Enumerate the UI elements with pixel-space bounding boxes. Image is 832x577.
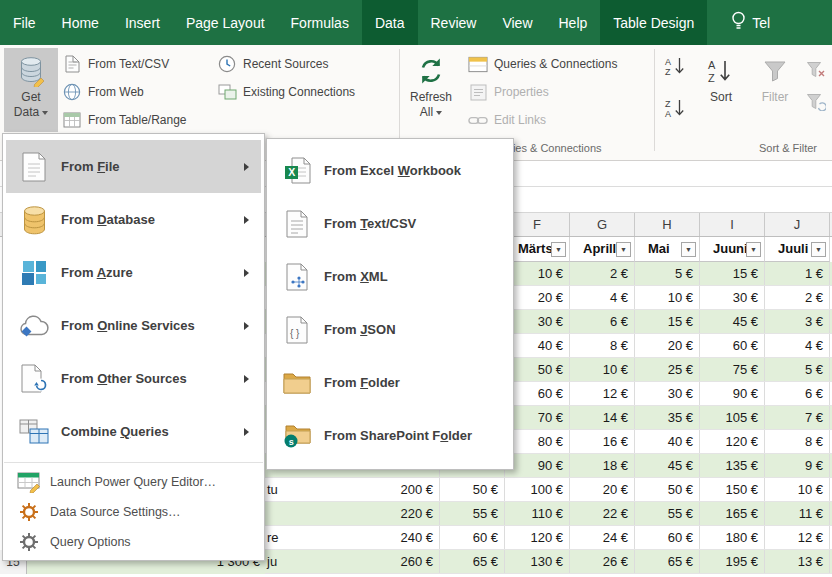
cell[interactable]: 12 € — [570, 382, 635, 405]
from-web-button[interactable]: From Web — [62, 78, 187, 106]
table-header-cell[interactable]: Aprill▼ — [570, 237, 635, 262]
cell[interactable]: 7 € — [765, 406, 830, 429]
cell[interactable]: 10 € — [635, 286, 700, 309]
filter-button[interactable]: ▼ — [811, 242, 826, 257]
cell[interactable]: 20 € — [635, 334, 700, 357]
menu-item-from-database[interactable]: From Database — [6, 193, 261, 246]
filter-button[interactable]: ▼ — [551, 242, 566, 257]
submenu-item-from-json[interactable]: { }From JSON — [267, 303, 513, 356]
cell[interactable]: 5 € — [635, 262, 700, 285]
sort-ascending-button[interactable]: AZ — [662, 53, 688, 79]
menu-item-from-other-sources[interactable]: From Other Sources — [6, 352, 261, 405]
table-header-cell[interactable]: Mai▼ — [635, 237, 700, 262]
cell[interactable]: 15 € — [700, 262, 765, 285]
cell[interactable]: 50 € — [635, 478, 700, 501]
queries-connections-button[interactable]: Queries & Connections — [468, 50, 617, 78]
menu-item-from-file[interactable]: From File — [6, 140, 261, 193]
cell[interactable]: 10 € — [765, 478, 830, 501]
cell[interactable]: 60 € — [440, 526, 505, 549]
cell[interactable]: 8 € — [765, 430, 830, 453]
cell[interactable] — [265, 502, 375, 525]
ribbon-tab-help[interactable]: Help — [546, 0, 601, 45]
ribbon-tab-page-layout[interactable]: Page Layout — [173, 0, 278, 45]
cell[interactable]: 16 € — [570, 430, 635, 453]
cell[interactable]: 60 € — [700, 334, 765, 357]
cell[interactable]: 240 € — [375, 526, 440, 549]
cell[interactable]: 260 € — [375, 550, 440, 573]
cell[interactable]: 18 € — [570, 454, 635, 477]
cell[interactable]: 8 € — [570, 334, 635, 357]
cell[interactable]: 30 € — [700, 286, 765, 309]
cell[interactable]: 10 € — [505, 262, 570, 285]
table-header-cell[interactable]: Märts▼ — [505, 237, 570, 262]
menu-item-from-online-services[interactable]: From Online Services — [6, 299, 261, 352]
cell[interactable]: 30 € — [635, 382, 700, 405]
cell[interactable]: 200 € — [375, 478, 440, 501]
cell[interactable]: 80 € — [505, 430, 570, 453]
cell[interactable]: 45 € — [700, 310, 765, 333]
refresh-all-button[interactable]: Refresh All — [404, 48, 458, 132]
submenu-item-from-sharepoint-folder[interactable]: sFrom SharePoint Folder — [267, 409, 513, 462]
cell[interactable]: 60 € — [635, 526, 700, 549]
recent-sources-button[interactable]: Recent Sources — [217, 50, 355, 78]
cell[interactable]: 15 € — [635, 310, 700, 333]
ribbon-tab-home[interactable]: Home — [49, 0, 112, 45]
cell[interactable]: 13 € — [765, 550, 830, 573]
table-header-cell[interactable]: Juuni▼ — [700, 237, 765, 262]
cell[interactable]: 130 € — [505, 550, 570, 573]
filter-button[interactable]: ▼ — [616, 242, 631, 257]
cell[interactable]: 14 € — [570, 406, 635, 429]
ribbon-tab-file[interactable]: File — [0, 0, 49, 45]
cell[interactable]: 65 € — [440, 550, 505, 573]
cell[interactable]: 35 € — [635, 406, 700, 429]
tell-me-box[interactable]: Tel — [731, 0, 770, 45]
cell[interactable]: 150 € — [700, 478, 765, 501]
cell[interactable]: 60 € — [505, 382, 570, 405]
cell[interactable]: 90 € — [700, 382, 765, 405]
cell[interactable]: 65 € — [635, 550, 700, 573]
cell[interactable]: 5 € — [765, 358, 830, 381]
sort-button[interactable]: AZ Sort — [694, 48, 748, 132]
cell[interactable]: 40 € — [505, 334, 570, 357]
ribbon-tab-review[interactable]: Review — [418, 0, 490, 45]
cell[interactable]: 220 € — [375, 502, 440, 525]
cell[interactable]: 70 € — [505, 406, 570, 429]
cell[interactable]: 6 € — [765, 382, 830, 405]
ribbon-tab-view[interactable]: View — [489, 0, 545, 45]
cell[interactable]: ju — [265, 550, 375, 573]
cell[interactable]: 110 € — [505, 502, 570, 525]
filter-button[interactable]: ▼ — [681, 242, 696, 257]
menu-item-query-options[interactable]: Query Options — [3, 527, 264, 557]
sort-descending-button[interactable]: ZA — [662, 95, 688, 121]
cell[interactable]: 50 € — [440, 478, 505, 501]
cell[interactable]: 120 € — [505, 526, 570, 549]
column-header-g[interactable]: G — [570, 213, 635, 236]
submenu-item-from-excel-workbook[interactable]: XFrom Excel Workbook — [267, 144, 513, 197]
cell[interactable]: 10 € — [570, 358, 635, 381]
cell[interactable]: re — [265, 526, 375, 549]
submenu-item-from-folder[interactable]: From Folder — [267, 356, 513, 409]
submenu-item-from-text-csv[interactable]: From Text/CSV — [267, 197, 513, 250]
cell[interactable]: 40 € — [635, 430, 700, 453]
cell[interactable]: 30 € — [505, 310, 570, 333]
ribbon-tab-data[interactable]: Data — [362, 0, 418, 45]
cell[interactable]: 1 € — [765, 262, 830, 285]
ribbon-tab-table-design[interactable]: Table Design — [600, 0, 707, 45]
existing-connections-button[interactable]: Existing Connections — [217, 78, 355, 106]
cell[interactable]: tu — [265, 478, 375, 501]
cell[interactable]: 4 € — [765, 334, 830, 357]
filter-button[interactable]: ▼ — [746, 242, 761, 257]
cell[interactable]: 22 € — [570, 502, 635, 525]
column-header-i[interactable]: I — [700, 213, 765, 236]
cell[interactable]: 3 € — [765, 310, 830, 333]
cell[interactable]: 180 € — [700, 526, 765, 549]
column-header-f[interactable]: F — [505, 213, 570, 236]
cell[interactable]: 135 € — [700, 454, 765, 477]
cell[interactable]: 55 € — [635, 502, 700, 525]
cell[interactable]: 75 € — [700, 358, 765, 381]
cell[interactable]: 45 € — [635, 454, 700, 477]
cell[interactable]: 6 € — [570, 310, 635, 333]
get-data-button[interactable]: Get Data — [4, 48, 58, 132]
ribbon-tab-insert[interactable]: Insert — [112, 0, 173, 45]
from-text-csv-button[interactable]: From Text/CSV — [62, 50, 187, 78]
